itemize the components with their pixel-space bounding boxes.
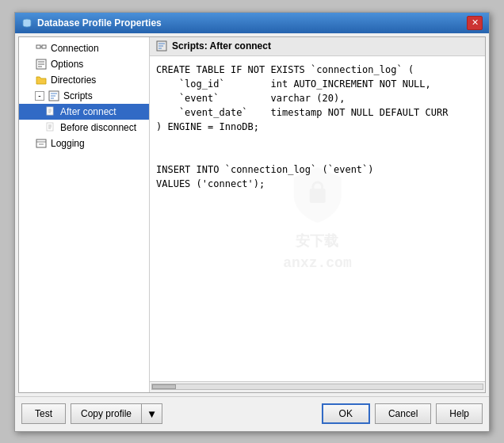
code-editor[interactable]: CREATE TABLE IF NOT EXISTS `connection_l… <box>150 56 485 381</box>
window-title: Database Profile Properties <box>37 17 162 29</box>
horizontal-scrollbar[interactable] <box>150 381 485 392</box>
content-header-title: Scripts: After connect <box>172 40 271 52</box>
sidebar-item-before-disconnect[interactable]: Before disconnect <box>19 120 149 136</box>
help-button[interactable]: Help <box>436 403 483 424</box>
sidebar: Connection Options <box>19 37 150 392</box>
before-disconnect-label: Before disconnect <box>60 122 136 133</box>
options-icon <box>35 58 48 71</box>
copy-profile-group: Copy profile ▼ <box>71 403 162 424</box>
main-content: Connection Options <box>18 36 486 393</box>
after-connect-icon <box>44 105 57 118</box>
ok-button[interactable]: OK <box>322 403 370 424</box>
watermark-text1: 安下载 <box>283 231 351 253</box>
footer: Test Copy profile ▼ OK Cancel Help <box>15 396 489 431</box>
content-header: Scripts: After connect <box>150 37 485 56</box>
sidebar-item-logging[interactable]: Logging <box>19 136 149 151</box>
content-panel: Scripts: After connect CREATE TABLE IF N… <box>150 37 485 392</box>
options-label: Options <box>51 59 83 70</box>
connection-icon <box>35 42 48 55</box>
scripts-label: Scripts <box>63 90 93 101</box>
svg-rect-3 <box>42 45 46 48</box>
copy-profile-button[interactable]: Copy profile <box>71 403 141 424</box>
close-button[interactable]: ✕ <box>467 16 483 30</box>
code-content: CREATE TABLE IF NOT EXISTS `connection_l… <box>156 63 479 191</box>
sidebar-item-after-connect[interactable]: After connect <box>19 104 149 120</box>
dropdown-arrow: ▼ <box>147 408 157 420</box>
after-connect-label: After connect <box>60 106 116 117</box>
window-icon <box>21 17 32 29</box>
sidebar-item-directories[interactable]: Directories <box>19 72 149 88</box>
svg-rect-1 <box>36 45 40 48</box>
logging-icon <box>35 137 48 150</box>
connection-label: Connection <box>51 43 99 54</box>
svg-rect-20 <box>36 139 46 147</box>
scripts-header-icon <box>156 40 167 52</box>
test-button[interactable]: Test <box>21 403 66 424</box>
scripts-expand-icon[interactable]: - <box>35 91 44 101</box>
title-bar: Database Profile Properties ✕ <box>15 13 489 33</box>
sidebar-item-connection[interactable]: Connection <box>19 40 149 56</box>
sidebar-item-options[interactable]: Options <box>19 56 149 72</box>
scrollbar-thumb[interactable] <box>152 384 176 389</box>
scrollbar-track[interactable] <box>151 384 483 390</box>
directories-label: Directories <box>51 74 96 86</box>
sidebar-item-scripts[interactable]: - Scripts <box>19 88 149 104</box>
logging-label: Logging <box>51 138 85 149</box>
copy-profile-dropdown-button[interactable]: ▼ <box>141 403 162 424</box>
scripts-icon <box>48 90 60 102</box>
before-disconnect-icon <box>44 121 57 134</box>
title-bar-left: Database Profile Properties <box>21 17 162 29</box>
directories-icon <box>35 74 48 86</box>
main-window: Database Profile Properties ✕ Connection <box>14 12 490 432</box>
footer-right: OK Cancel Help <box>322 403 483 424</box>
watermark-text2: anxz.com <box>283 253 351 274</box>
cancel-button[interactable]: Cancel <box>375 403 431 424</box>
